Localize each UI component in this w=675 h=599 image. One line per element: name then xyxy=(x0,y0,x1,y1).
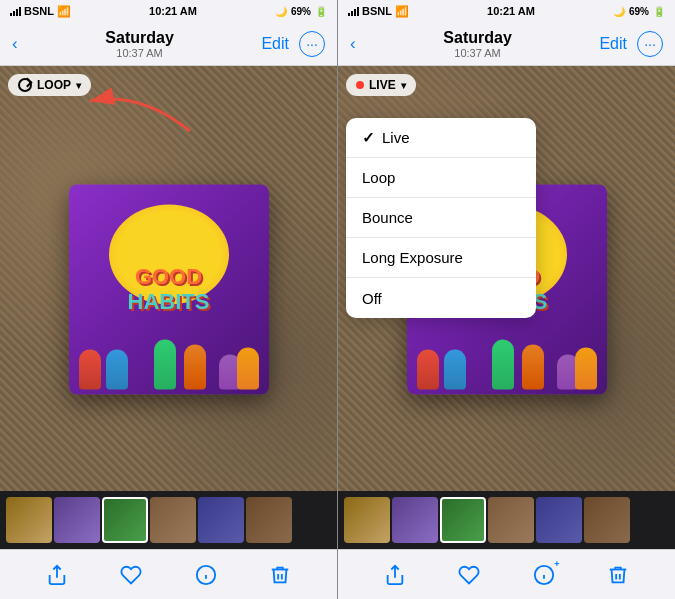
time-right: 10:21 AM xyxy=(487,5,535,17)
toolbar-left xyxy=(0,549,337,599)
nav-center-right: Saturday 10:37 AM xyxy=(443,29,511,59)
carrier-right: BSNL xyxy=(362,5,392,17)
filmstrip-right xyxy=(338,491,675,549)
battery-icon-left: 🔋 xyxy=(315,6,327,17)
dropdown-item-loop[interactable]: Loop xyxy=(346,158,536,198)
nav-right-left: Edit ··· xyxy=(261,31,325,57)
filmstrip-left xyxy=(0,491,337,549)
status-bar-right: BSNL 📶 10:21 AM 🌙 69% 🔋 xyxy=(338,0,675,22)
check-icon-live: ✓ xyxy=(362,129,375,147)
status-left-right: BSNL 📶 xyxy=(348,5,409,18)
right-panel: BSNL 📶 10:21 AM 🌙 69% 🔋 ‹ Saturday 10:37… xyxy=(338,0,675,599)
film-thumb-r2[interactable] xyxy=(392,497,438,543)
back-chevron-right: ‹ xyxy=(350,34,356,54)
status-right-right: 🌙 69% 🔋 xyxy=(613,6,665,17)
more-icon-right: ··· xyxy=(644,36,656,52)
more-button-right[interactable]: ··· xyxy=(637,31,663,57)
film-thumb-r6[interactable] xyxy=(584,497,630,543)
signal-bars xyxy=(10,7,21,16)
battery-icon-right: 🔋 xyxy=(653,6,665,17)
film-thumb-r3[interactable] xyxy=(440,497,486,543)
dropdown-item-off[interactable]: Off xyxy=(346,278,536,318)
back-button-right[interactable]: ‹ xyxy=(350,34,356,54)
loop-icon xyxy=(18,78,32,92)
back-chevron-left: ‹ xyxy=(12,34,18,54)
wifi-icon-right: 📶 xyxy=(395,5,409,18)
edit-button-right[interactable]: Edit xyxy=(599,35,627,53)
book-title: GOODHABITS xyxy=(128,265,210,313)
nav-title-right: Saturday xyxy=(443,29,511,47)
toolbar-right: + xyxy=(338,549,675,599)
moon-icon: 🌙 xyxy=(275,6,287,17)
photo-area-left: GOODHABITS LOOP ▾ xyxy=(0,66,337,491)
book-left: GOODHABITS xyxy=(69,184,269,394)
signal-bars-right xyxy=(348,7,359,16)
film-thumb-3[interactable] xyxy=(102,497,148,543)
nav-subtitle-left: 10:37 AM xyxy=(105,47,173,59)
time-left: 10:21 AM xyxy=(149,5,197,17)
dropdown-label-off: Off xyxy=(362,290,382,307)
share-button-left[interactable] xyxy=(37,555,77,595)
photo-area-right: GOODHABITS LIVE ▾ ✓ Live Loop xyxy=(338,66,675,491)
info-plus-button-right[interactable]: + xyxy=(524,555,564,595)
battery-right: 69% xyxy=(629,6,649,17)
film-thumb-r5[interactable] xyxy=(536,497,582,543)
dropdown-label-bounce: Bounce xyxy=(362,209,413,226)
trash-button-left[interactable] xyxy=(260,555,300,595)
film-thumb-5[interactable] xyxy=(198,497,244,543)
status-bar-left: BSNL 📶 10:21 AM 🌙 69% 🔋 xyxy=(0,0,337,22)
heart-button-left[interactable] xyxy=(111,555,151,595)
film-thumb-6[interactable] xyxy=(246,497,292,543)
film-thumb-2[interactable] xyxy=(54,497,100,543)
dropdown-item-bounce[interactable]: Bounce xyxy=(346,198,536,238)
carrier-left: BSNL xyxy=(24,5,54,17)
dropdown-label-live: Live xyxy=(382,129,410,146)
book-figures-right xyxy=(412,329,602,389)
battery-left: 69% xyxy=(291,6,311,17)
dropdown-item-live[interactable]: ✓ Live xyxy=(346,118,536,158)
nav-title-left: Saturday xyxy=(105,29,173,47)
film-thumb-1[interactable] xyxy=(6,497,52,543)
nav-bar-right: ‹ Saturday 10:37 AM Edit ··· xyxy=(338,22,675,66)
nav-right-right: Edit ··· xyxy=(599,31,663,57)
left-panel: BSNL 📶 10:21 AM 🌙 69% 🔋 ‹ Saturday 10:37… xyxy=(0,0,337,599)
back-button-left[interactable]: ‹ xyxy=(12,34,18,54)
nav-bar-left: ‹ Saturday 10:37 AM Edit ··· xyxy=(0,22,337,66)
plus-icon: + xyxy=(554,559,559,569)
loop-label: LOOP xyxy=(37,78,71,92)
dropdown-label-long-exposure: Long Exposure xyxy=(362,249,463,266)
loop-badge[interactable]: LOOP ▾ xyxy=(8,74,91,96)
more-button-left[interactable]: ··· xyxy=(299,31,325,57)
live-badge[interactable]: LIVE ▾ xyxy=(346,74,416,96)
dropdown-item-long-exposure[interactable]: Long Exposure xyxy=(346,238,536,278)
dropdown-label-loop: Loop xyxy=(362,169,395,186)
live-chevron: ▾ xyxy=(401,80,406,91)
edit-button-left[interactable]: Edit xyxy=(261,35,289,53)
live-label: LIVE xyxy=(369,78,396,92)
info-button-left[interactable] xyxy=(186,555,226,595)
film-thumb-r1[interactable] xyxy=(344,497,390,543)
live-dot xyxy=(356,81,364,89)
red-arrow xyxy=(80,81,200,145)
status-right-left: 🌙 69% 🔋 xyxy=(275,6,327,17)
status-left: BSNL 📶 xyxy=(10,5,71,18)
wifi-icon: 📶 xyxy=(57,5,71,18)
trash-button-right[interactable] xyxy=(598,555,638,595)
film-thumb-4[interactable] xyxy=(150,497,196,543)
nav-center-left: Saturday 10:37 AM xyxy=(105,29,173,59)
book-figures xyxy=(74,329,264,389)
more-icon-left: ··· xyxy=(306,36,318,52)
moon-icon-right: 🌙 xyxy=(613,6,625,17)
heart-button-right[interactable] xyxy=(449,555,489,595)
film-thumb-r4[interactable] xyxy=(488,497,534,543)
nav-subtitle-right: 10:37 AM xyxy=(443,47,511,59)
dropdown-menu: ✓ Live Loop Bounce Long Exposure Off xyxy=(346,118,536,318)
share-button-right[interactable] xyxy=(375,555,415,595)
